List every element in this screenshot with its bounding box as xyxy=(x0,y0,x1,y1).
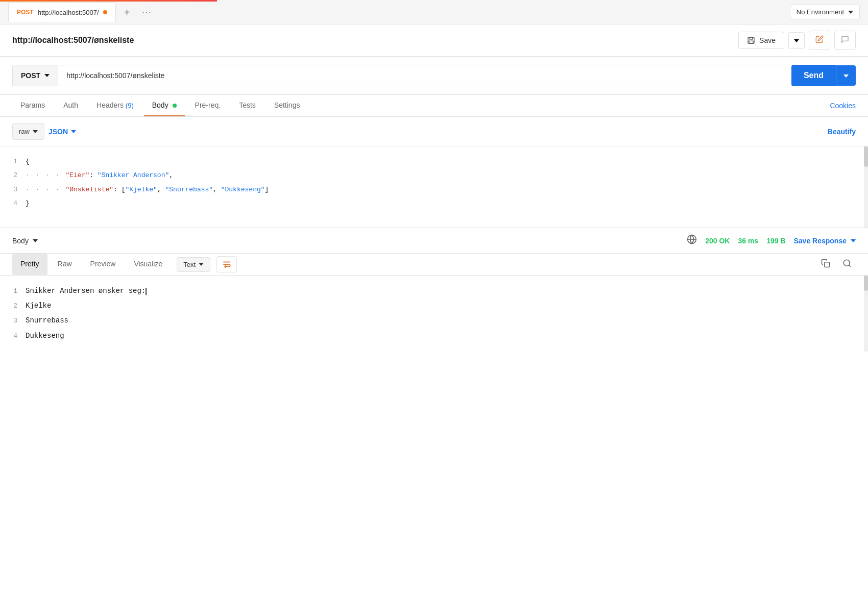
resp-line-3: 3 Snurrebass xyxy=(0,313,868,328)
response-time: 36 ms xyxy=(738,237,758,245)
request-tabs-nav: Params Auth Headers (9) Body Pre-req. Te… xyxy=(0,95,868,117)
comment-icon xyxy=(841,35,849,43)
more-tabs-button[interactable]: ··· xyxy=(138,6,156,19)
body-format-bar: raw JSON Beautify xyxy=(0,117,868,146)
send-button-group: Send xyxy=(791,65,856,86)
format-label: Text xyxy=(183,261,196,268)
tab-tests[interactable]: Tests xyxy=(231,95,264,116)
chevron-down-icon[interactable] xyxy=(33,239,38,242)
json-label: JSON xyxy=(49,128,68,136)
edit-button[interactable] xyxy=(809,31,830,50)
tab-prereq[interactable]: Pre-req. xyxy=(187,95,229,116)
tab-auth[interactable]: Auth xyxy=(55,95,86,116)
chevron-down-icon xyxy=(71,130,76,133)
cookies-link[interactable]: Cookies xyxy=(830,95,856,116)
code-content-2: · · · · "Eier": "Snikker Anderson", xyxy=(26,169,868,181)
code-line-3: 3 · · · · "Ønskeliste": ["Kjelke", "Snur… xyxy=(0,183,868,196)
add-tab-button[interactable]: + xyxy=(120,5,134,19)
tab-bar: POST http://localhost:5007/ + ··· No Env… xyxy=(0,0,868,24)
save-button[interactable]: Save xyxy=(738,32,784,49)
raw-label: raw xyxy=(19,128,30,135)
editor-scrollbar[interactable] xyxy=(864,146,868,228)
svg-rect-1 xyxy=(750,37,752,39)
response-body: 1 Snikker Andersen ønsker seg: 2 Kjelke … xyxy=(0,276,868,352)
svg-point-7 xyxy=(843,260,850,266)
response-actions xyxy=(817,257,856,272)
request-header: http://localhost:5007/ønskeliste Save xyxy=(0,24,868,57)
resp-line-number-4: 4 xyxy=(0,330,26,342)
resp-content-3: Snurrebass xyxy=(26,314,868,327)
url-bar: POST Send xyxy=(0,57,868,95)
cursor xyxy=(146,288,147,295)
progress-bar xyxy=(0,0,217,2)
tab-settings[interactable]: Settings xyxy=(266,95,308,116)
headers-badge: (9) xyxy=(126,102,134,109)
code-content-4: } xyxy=(26,197,868,209)
tab-url-label: http://localhost:5007/ xyxy=(38,9,99,16)
chevron-down-icon xyxy=(794,39,799,42)
tab-headers[interactable]: Headers (9) xyxy=(88,95,142,116)
response-label: Body xyxy=(12,237,29,245)
chevron-down-icon xyxy=(843,74,849,78)
resp-content-1: Snikker Andersen ønsker seg: xyxy=(26,285,868,297)
method-label: POST xyxy=(21,71,40,80)
resp-tab-preview[interactable]: Preview xyxy=(82,254,124,275)
chevron-down-icon xyxy=(33,130,38,133)
code-content-3: · · · · "Ønskeliste": ["Kjelke", "Snurre… xyxy=(26,184,868,195)
response-format-selector[interactable]: Text xyxy=(177,257,210,272)
method-selector[interactable]: POST xyxy=(12,65,58,86)
tab-body[interactable]: Body xyxy=(144,95,185,116)
environment-selector[interactable]: No Environment xyxy=(790,5,860,19)
edit-icon xyxy=(815,35,824,43)
request-tab[interactable]: POST http://localhost:5007/ xyxy=(8,3,116,22)
url-input[interactable] xyxy=(58,65,785,86)
resp-content-2: Kjelke xyxy=(26,300,868,312)
tab-params[interactable]: Params xyxy=(12,95,53,116)
resp-line-2: 2 Kjelke xyxy=(0,298,868,313)
json-selector[interactable]: JSON xyxy=(49,128,76,136)
response-size: 199 B xyxy=(766,237,785,245)
response-meta: 200 OK 36 ms 199 B Save Response xyxy=(687,234,856,247)
copy-button[interactable] xyxy=(817,257,834,272)
line-number-2: 2 xyxy=(0,169,26,181)
wrap-icon xyxy=(222,260,231,269)
resp-content-4: Dukkeseng xyxy=(26,330,868,342)
resp-line-number-1: 1 xyxy=(0,285,26,297)
search-button[interactable] xyxy=(838,257,856,272)
code-line-4: 4 } xyxy=(0,196,868,210)
raw-selector[interactable]: raw xyxy=(12,123,44,140)
svg-rect-2 xyxy=(749,41,753,43)
save-arrow-button[interactable] xyxy=(788,32,805,49)
comment-button[interactable] xyxy=(834,31,856,50)
send-arrow-button[interactable] xyxy=(836,65,856,86)
resp-line-1: 1 Snikker Andersen ønsker seg: xyxy=(0,284,868,298)
globe-icon xyxy=(687,234,697,247)
header-actions: Save xyxy=(738,31,856,50)
response-scrollbar[interactable] xyxy=(864,276,868,352)
resp-tab-visualize[interactable]: Visualize xyxy=(126,254,171,275)
copy-icon xyxy=(821,259,830,268)
code-line-1: 1 { xyxy=(0,155,868,168)
send-button[interactable]: Send xyxy=(791,65,836,86)
line-number-4: 4 xyxy=(0,197,26,209)
code-editor[interactable]: 1 { 2 · · · · "Eier": "Snikker Anderson"… xyxy=(0,146,868,228)
chevron-down-icon xyxy=(199,263,204,266)
tab-method-label: POST xyxy=(17,9,34,16)
resp-line-number-2: 2 xyxy=(0,300,26,312)
save-label: Save xyxy=(759,36,776,44)
line-number-3: 3 xyxy=(0,184,26,195)
body-dot xyxy=(173,104,177,108)
code-content-1: { xyxy=(26,156,868,167)
save-response-button[interactable]: Save Response xyxy=(794,237,856,245)
tab-dot xyxy=(103,10,107,14)
chevron-down-icon xyxy=(44,74,50,77)
beautify-button[interactable]: Beautify xyxy=(828,128,856,136)
wrap-button[interactable] xyxy=(216,256,237,272)
resp-tab-raw[interactable]: Raw xyxy=(50,254,80,275)
editor-scrollbar-thumb xyxy=(864,146,868,167)
save-icon xyxy=(747,36,755,44)
search-icon xyxy=(842,259,852,268)
svg-rect-6 xyxy=(825,262,830,267)
chevron-down-icon xyxy=(848,11,853,14)
resp-tab-pretty[interactable]: Pretty xyxy=(12,254,47,275)
